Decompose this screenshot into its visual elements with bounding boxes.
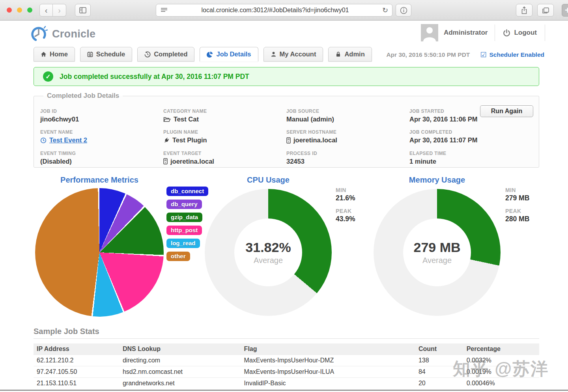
- tab-completed[interactable]: Completed: [137, 47, 194, 62]
- field-value: 32453: [286, 158, 409, 165]
- memory-peak-value: 280 MB: [505, 215, 529, 223]
- job-field-event-target: EVENT TARGETjoeretina.local: [163, 147, 286, 168]
- power-icon: [503, 29, 510, 37]
- cpu-average-value: 31.82%: [245, 240, 291, 255]
- tab-label: Completed: [154, 50, 187, 58]
- close-window-button[interactable]: [7, 7, 12, 13]
- reader-view-icon[interactable]: [160, 7, 168, 13]
- legend-item-log_read: log_read: [166, 239, 200, 248]
- server-icon: [163, 158, 168, 164]
- field-label: JOB ID: [40, 108, 163, 114]
- field-value[interactable]: Test Event 2: [40, 136, 163, 144]
- tabs-overview-icon: [542, 7, 549, 14]
- divider: [495, 24, 495, 41]
- page-info-button[interactable]: [396, 4, 411, 17]
- sidebar-icon: [79, 7, 86, 13]
- field-value: Manual (admin): [286, 116, 409, 123]
- url-text: local.cronicle.com:3012/#JobDetails?id=j…: [168, 7, 382, 14]
- checkbox-checked-icon: ☑: [480, 51, 486, 58]
- window-bottom-edge: [0, 390, 568, 391]
- cpu-min-peak: MIN 21.6% PEAK 43.9%: [336, 187, 355, 223]
- address-bar[interactable]: local.cronicle.com:3012/#JobDetails?id=j…: [156, 4, 392, 17]
- cronicle-logo: Cronicle: [30, 25, 95, 43]
- table-cell: MaxEvents-ImpsUserHour-DMZ: [241, 355, 415, 366]
- field-label: EVENT NAME: [40, 129, 163, 135]
- legend-item-other: other: [166, 252, 190, 261]
- field-label: PROCESS ID: [286, 151, 409, 156]
- legend-item-db_connect: db_connect: [166, 187, 208, 196]
- reload-icon[interactable]: ↻: [382, 6, 388, 15]
- cpu-average-label: Average: [254, 256, 283, 265]
- brand-name: Cronicle: [52, 28, 95, 40]
- minimize-window-button[interactable]: [17, 7, 22, 13]
- server-icon: [286, 137, 291, 144]
- username-label: Administrator: [444, 29, 488, 37]
- memory-min-value: 279 MB: [505, 194, 529, 202]
- clock-logo-icon: [30, 25, 48, 43]
- memory-usage-title: Memory Usage: [378, 175, 496, 185]
- job-field-event-name: EVENT NAMETest Event 2: [40, 126, 163, 147]
- new-tab-button[interactable]: +: [562, 4, 568, 17]
- divider: [545, 24, 545, 41]
- field-value: jino6chwy01: [40, 116, 163, 123]
- memory-min-peak: MIN 279 MB PEAK 280 MB: [505, 187, 529, 223]
- field-label: EVENT TARGET: [163, 151, 286, 156]
- logout-button[interactable]: Logout: [503, 29, 537, 37]
- memory-average-label: Average: [422, 256, 452, 265]
- tab-label: Admin: [344, 50, 364, 58]
- sample-job-stats-table: IP AddressDNS LookupFlagCountPercentage …: [34, 343, 539, 389]
- table-cell: 0.0019%: [463, 366, 539, 378]
- tab-my-account[interactable]: My Account: [263, 47, 323, 62]
- tab-label: Home: [50, 50, 68, 58]
- tab-label: Job Details: [216, 50, 251, 58]
- table-cell: 62.121.210.2: [34, 355, 120, 366]
- browser-forward-button[interactable]: ›: [53, 4, 66, 17]
- field-value: joeretina.local: [163, 158, 286, 165]
- column-header-percentage: Percentage: [463, 343, 539, 355]
- job-field-plugin-name: PLUGIN NAMETest Plugin: [163, 126, 286, 147]
- calendar-clock-icon: [87, 51, 93, 57]
- share-button[interactable]: [516, 4, 532, 17]
- avatar: [421, 24, 438, 41]
- show-tabs-button[interactable]: [537, 4, 554, 17]
- user-area: Administrator Logout: [421, 24, 545, 41]
- app-header: Cronicle Administrator Logout: [0, 21, 568, 45]
- tab-admin[interactable]: Admin: [328, 47, 372, 62]
- performance-metrics-pie-chart: [35, 188, 164, 317]
- tab-home[interactable]: Home: [34, 47, 75, 62]
- cpu-min-label: MIN: [336, 187, 355, 193]
- job-success-banner: ✓ Job completed successfully at Apr 30, …: [34, 67, 539, 86]
- field-value: 1 minute: [409, 158, 532, 165]
- zoom-window-button[interactable]: [27, 7, 32, 13]
- sidebar-toggle-button[interactable]: [75, 4, 91, 17]
- current-time-label: Apr 30, 2016 5:50:10 PM PDT: [386, 51, 470, 58]
- memory-average-value: 279 MB: [413, 240, 460, 255]
- run-again-button[interactable]: Run Again: [480, 105, 533, 117]
- job-field-job-source: JOB SOURCEManual (admin): [286, 105, 409, 126]
- event-link[interactable]: Test Event 2: [49, 136, 87, 144]
- cpu-min-value: 21.6%: [336, 194, 355, 202]
- tab-job-details[interactable]: Job Details: [200, 47, 258, 62]
- field-value: Apr 30, 2016 11:07 PM: [409, 136, 532, 144]
- scheduler-enabled-toggle[interactable]: ☑ Scheduler Enabled: [480, 51, 544, 58]
- job-field-elapsed-time: ELAPSED TIME1 minute: [409, 147, 532, 168]
- cpu-usage-title: CPU Usage: [209, 175, 327, 185]
- clock-icon: [40, 137, 47, 144]
- tab-bar: Home Schedule Completed Job Details My A…: [34, 47, 544, 62]
- person-silhouette-icon: [421, 24, 438, 41]
- share-icon: [521, 6, 527, 14]
- table-cell: 21.153.110.51: [34, 378, 120, 389]
- table-cell: 97.247.105.50: [34, 366, 120, 378]
- field-label: JOB SOURCE: [286, 108, 409, 114]
- window-controls: [7, 7, 32, 13]
- job-field-process-id: PROCESS ID32453: [286, 147, 409, 168]
- field-label: ELAPSED TIME: [409, 151, 532, 156]
- table-cell: 20: [415, 378, 463, 389]
- memory-peak-label: PEAK: [505, 208, 529, 214]
- browser-back-button[interactable]: ‹: [39, 4, 53, 17]
- performance-metrics-title: Performance Metrics: [40, 175, 159, 185]
- logout-label: Logout: [514, 29, 537, 37]
- memory-donut-center: 279 MB Average: [403, 218, 471, 286]
- browser-toolbar: ‹ › local.cronicle.com:3012/#JobDetails?…: [0, 0, 568, 21]
- tab-schedule[interactable]: Schedule: [80, 47, 132, 62]
